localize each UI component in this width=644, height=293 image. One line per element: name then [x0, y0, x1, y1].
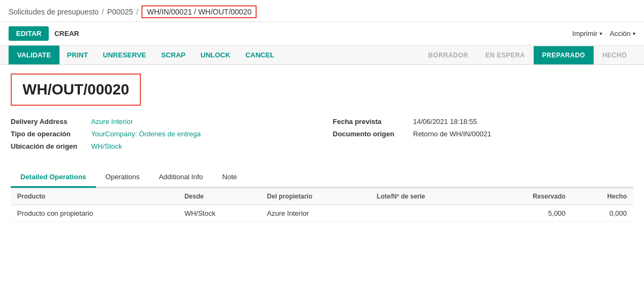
- tab-operations[interactable]: Operations: [96, 167, 149, 188]
- top-actions-right: Imprimir ▾ Acción ▾: [572, 30, 635, 38]
- col-header-hecho: Hecho: [572, 188, 633, 205]
- col-header-reservado: Reservado: [486, 188, 572, 205]
- col-header-propietario: Del propietario: [260, 188, 370, 205]
- cell-propietario: Azure Interior: [260, 205, 370, 222]
- create-button[interactable]: CREAR: [54, 30, 79, 38]
- unlock-button[interactable]: UNLOCK: [193, 46, 238, 64]
- status-bar: BORRADOR EN ESPERA PREPARADO HECHO: [420, 46, 635, 64]
- tab-detailed-operations[interactable]: Detailed Operations: [11, 167, 96, 188]
- print-button[interactable]: PRINT: [59, 46, 95, 64]
- fields-left: Delivery Address Azure Interior Tipo de …: [11, 118, 311, 155]
- breadcrumb: Solicitudes de presupuesto / P00025 / WH…: [0, 0, 644, 22]
- tab-note[interactable]: Note: [213, 167, 246, 188]
- breadcrumb-current: WH/IN/00021 / WH/OUT/00020: [141, 5, 257, 18]
- print-arrow-icon: ▾: [600, 31, 602, 36]
- field-ubicacion-origen: Ubicación de origen WH/Stock: [11, 142, 311, 150]
- scrap-button[interactable]: SCRAP: [154, 46, 193, 64]
- col-header-lote: Lote/Nº de serie: [370, 188, 486, 205]
- tab-additional-info[interactable]: Additional Info: [149, 167, 212, 188]
- top-action-bar: EDITAR CREAR Imprimir ▾ Acción ▾: [0, 22, 644, 46]
- table-header-row: Producto Desde Del propietario Lote/Nº d…: [11, 188, 633, 205]
- fields-right: Fecha prevista 14/06/2021 18:18:55 Docum…: [333, 118, 633, 155]
- workflow-actions: VALIDATE PRINT UNRESERVE SCRAP UNLOCK CA…: [9, 46, 282, 64]
- validate-button[interactable]: VALIDATE: [9, 46, 59, 64]
- breadcrumb-sep-1: /: [102, 8, 104, 16]
- field-label-tipo: Tipo de operación: [11, 130, 91, 138]
- cancel-button[interactable]: CANCEL: [238, 46, 282, 64]
- document-title: WH/OUT/00020: [23, 81, 129, 98]
- field-label-ubicacion: Ubicación de origen: [11, 142, 91, 150]
- field-documento-origen: Documento origen Retorno de WH/IN/00021: [333, 130, 633, 138]
- breadcrumb-sep-2: /: [136, 8, 138, 16]
- main-content: WH/OUT/00020 Delivery Address Azure Inte…: [0, 65, 644, 231]
- table-row: Producto con propietario WH/Stock Azure …: [11, 205, 633, 222]
- breadcrumb-solicitudes[interactable]: Solicitudes de presupuesto: [9, 8, 99, 16]
- status-en-espera: EN ESPERA: [477, 46, 534, 64]
- operations-table: Producto Desde Del propietario Lote/Nº d…: [11, 188, 633, 222]
- field-value-tipo[interactable]: YourCompany: Órdenes de entrega: [91, 130, 201, 138]
- field-label-doc-origen: Documento origen: [333, 130, 413, 138]
- unreserve-button[interactable]: UNRESERVE: [95, 46, 154, 64]
- field-value-delivery[interactable]: Azure Interior: [91, 118, 133, 126]
- edit-button[interactable]: EDITAR: [9, 26, 49, 41]
- field-delivery-address: Delivery Address Azure Interior: [11, 118, 311, 126]
- document-title-box: WH/OUT/00020: [11, 74, 141, 106]
- print-dropdown[interactable]: Imprimir ▾: [572, 30, 602, 38]
- field-tipo-operacion: Tipo de operación YourCompany: Órdenes d…: [11, 130, 311, 138]
- field-value-doc-origen: Retorno de WH/IN/00021: [413, 130, 491, 138]
- col-header-desde: Desde: [178, 188, 260, 205]
- field-value-fecha: 14/06/2021 18:18:55: [413, 118, 477, 126]
- cell-reservado: 5,000: [486, 205, 572, 222]
- breadcrumb-p00025[interactable]: P00025: [107, 8, 133, 16]
- status-preparado: PREPARADO: [534, 46, 594, 64]
- action-dropdown[interactable]: Acción ▾: [610, 30, 635, 38]
- fields-section: Delivery Address Azure Interior Tipo de …: [11, 118, 633, 155]
- print-label: Imprimir: [572, 30, 597, 38]
- field-label-delivery: Delivery Address: [11, 118, 91, 126]
- workflow-bar: VALIDATE PRINT UNRESERVE SCRAP UNLOCK CA…: [0, 46, 644, 65]
- action-label: Acción: [610, 30, 631, 38]
- cell-hecho: 0,000: [572, 205, 633, 222]
- cell-desde: WH/Stock: [178, 205, 260, 222]
- status-borrador: BORRADOR: [420, 46, 477, 64]
- field-fecha-prevista: Fecha prevista 14/06/2021 18:18:55: [333, 118, 633, 126]
- field-value-ubicacion[interactable]: WH/Stock: [91, 142, 122, 150]
- top-actions-left: EDITAR CREAR: [9, 26, 79, 41]
- col-header-producto: Producto: [11, 188, 178, 205]
- cell-lote: [370, 205, 486, 222]
- cell-producto: Producto con propietario: [11, 205, 178, 222]
- field-label-fecha: Fecha prevista: [333, 118, 413, 126]
- status-hecho: HECHO: [594, 46, 635, 64]
- tabs-bar: Detailed Operations Operations Additiona…: [11, 167, 633, 188]
- action-arrow-icon: ▾: [633, 31, 635, 36]
